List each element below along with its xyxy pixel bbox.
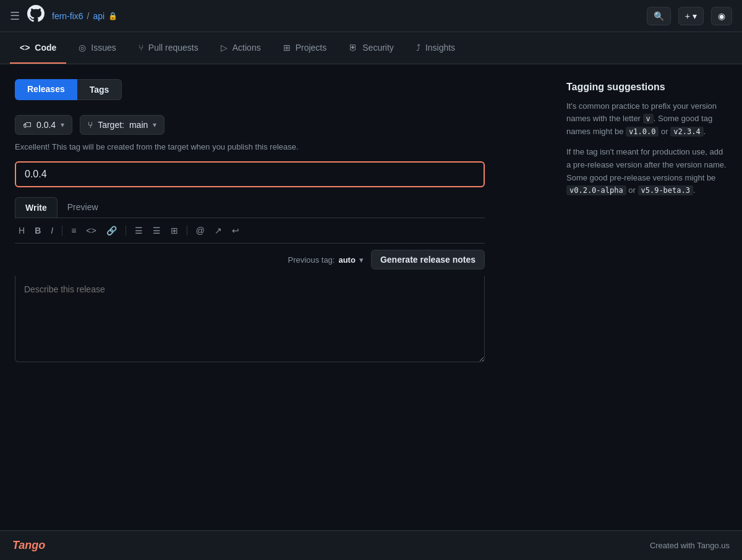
tango-logo: Tango	[12, 539, 45, 552]
target-value: main	[129, 120, 148, 130]
tags-tab[interactable]: Tags	[77, 79, 122, 100]
target-label: Target:	[98, 120, 124, 130]
editor-tab-write[interactable]: Write	[15, 197, 58, 218]
link-icon[interactable]: 🔗	[103, 223, 121, 238]
sidebar-title: Tagging suggestions	[566, 79, 727, 95]
toolbar-divider-2	[126, 226, 126, 235]
projects-icon: ⊞	[283, 43, 291, 53]
tag-row: 🏷 0.0.4 ▾ ⑂ Target: main ▾	[15, 115, 552, 135]
releases-tab[interactable]: Releases	[15, 79, 77, 100]
repo-owner[interactable]: fern-fix6	[52, 11, 83, 21]
undo-icon[interactable]: ↩	[228, 223, 243, 238]
footer-text: Created with Tango.us	[650, 541, 730, 550]
previous-tag-value: auto	[338, 255, 355, 265]
target-selector[interactable]: ⑂ Target: main ▾	[80, 115, 164, 135]
unordered-list-icon[interactable]: ☰	[131, 223, 147, 238]
pull-requests-icon: ⑂	[139, 43, 143, 53]
tab-issues[interactable]: ◎ Issues	[69, 32, 126, 64]
lock-icon: 🔒	[108, 12, 117, 20]
release-description-textarea[interactable]	[15, 276, 485, 362]
left-panel: Releases Tags 🏷 0.0.4 ▾ ⑂ Target: main ▾…	[15, 79, 552, 515]
previous-tag-text: Previous tag:	[288, 255, 335, 265]
editor-tab-preview[interactable]: Preview	[58, 197, 108, 218]
tab-actions-label: Actions	[232, 43, 261, 53]
tag-hint: Excellent! This tag will be created from…	[15, 142, 552, 151]
branch-icon: ⑂	[88, 120, 93, 130]
issues-icon: ◎	[79, 43, 86, 53]
task-list-icon[interactable]: ⊞	[167, 223, 182, 238]
tag-selector[interactable]: 🏷 0.0.4 ▾	[15, 115, 72, 135]
notification-button[interactable]: ◉	[711, 7, 732, 25]
toolbar-divider-3	[187, 226, 187, 235]
tab-pull-requests-label: Pull requests	[148, 43, 198, 53]
hamburger-icon[interactable]: ☰	[10, 9, 20, 23]
top-bar: ☰ fern-fix6 / api 🔒 🔍 + ▾ ◉	[0, 0, 742, 32]
tag-value: 0.0.4	[36, 120, 56, 130]
new-button[interactable]: + ▾	[678, 7, 704, 25]
nav-tabs: <> Code ◎ Issues ⑂ Pull requests ▷ Actio…	[0, 32, 742, 64]
generate-row: Previous tag: auto ▾ Generate release no…	[15, 244, 485, 276]
editor-toolbar: H B I ≡ <> 🔗 ☰ ☰ ⊞ @ ↗ ↩	[15, 218, 485, 244]
repo-name[interactable]: api	[93, 11, 104, 21]
target-chevron: ▾	[153, 121, 156, 129]
release-title-input[interactable]	[15, 161, 485, 187]
generate-release-notes-label: Generate release notes	[380, 255, 475, 265]
search-button[interactable]: 🔍	[647, 7, 671, 25]
notification-icon: ◉	[718, 11, 725, 21]
tab-security-label: Security	[362, 43, 394, 53]
editor-tabs: Write Preview	[15, 197, 485, 218]
previous-tag-label: Previous tag: auto ▾	[288, 255, 364, 265]
releases-tab-label: Releases	[27, 84, 65, 94]
actions-icon: ▷	[221, 43, 228, 53]
ordered-list-icon[interactable]: ☰	[149, 223, 164, 238]
tab-projects[interactable]: ⊞ Projects	[273, 32, 337, 64]
plus-icon: +	[685, 11, 690, 21]
tags-tab-label: Tags	[90, 85, 109, 95]
tab-insights-label: Insights	[425, 43, 455, 53]
tab-actions[interactable]: ▷ Actions	[211, 32, 271, 64]
chevron-down-icon: ▾	[693, 11, 697, 21]
tab-insights[interactable]: ⤴ Insights	[406, 32, 465, 64]
heading-icon[interactable]: H	[15, 223, 28, 238]
page-tabs: Releases Tags	[15, 79, 552, 100]
code-icon: <>	[20, 43, 30, 53]
previous-tag-chevron: ▾	[359, 255, 364, 265]
toolbar-divider-1	[62, 226, 62, 235]
tab-issues-label: Issues	[91, 43, 116, 53]
generate-release-notes-button[interactable]: Generate release notes	[371, 250, 485, 269]
quote-icon[interactable]: ≡	[67, 223, 80, 238]
tab-code-label: Code	[35, 43, 56, 53]
tab-security[interactable]: ⛨ Security	[339, 32, 404, 64]
tag-icon: 🏷	[23, 120, 32, 130]
github-logo	[27, 5, 45, 27]
italic-icon[interactable]: I	[47, 223, 57, 238]
separator: /	[87, 11, 90, 21]
main-content: Releases Tags 🏷 0.0.4 ▾ ⑂ Target: main ▾…	[0, 64, 742, 530]
editor-tab-write-label: Write	[25, 203, 47, 213]
insights-icon: ⤴	[416, 43, 420, 53]
bold-icon[interactable]: B	[31, 223, 45, 238]
sidebar-content-2: If the tag isn't meant for production us…	[566, 146, 727, 197]
mention-icon[interactable]: @	[192, 223, 208, 238]
search-icon: 🔍	[654, 11, 664, 21]
top-bar-left: ☰ fern-fix6 / api 🔒	[10, 5, 117, 27]
tag-chevron: ▾	[61, 121, 64, 129]
security-icon: ⛨	[349, 43, 357, 53]
footer: Tango Created with Tango.us	[0, 530, 742, 560]
tab-projects-label: Projects	[296, 43, 327, 53]
repo-breadcrumb: fern-fix6 / api 🔒	[52, 11, 117, 21]
tab-pull-requests[interactable]: ⑂ Pull requests	[129, 32, 208, 64]
right-panel: Tagging suggestions It's common practice…	[566, 79, 727, 515]
sidebar-content-1: It's common practice to prefix your vers…	[566, 100, 727, 138]
code-icon[interactable]: <>	[82, 223, 100, 238]
editor-tab-preview-label: Preview	[67, 202, 98, 212]
tab-code[interactable]: <> Code	[10, 32, 66, 64]
reference-icon[interactable]: ↗	[211, 223, 226, 238]
top-bar-right: 🔍 + ▾ ◉	[647, 7, 732, 25]
